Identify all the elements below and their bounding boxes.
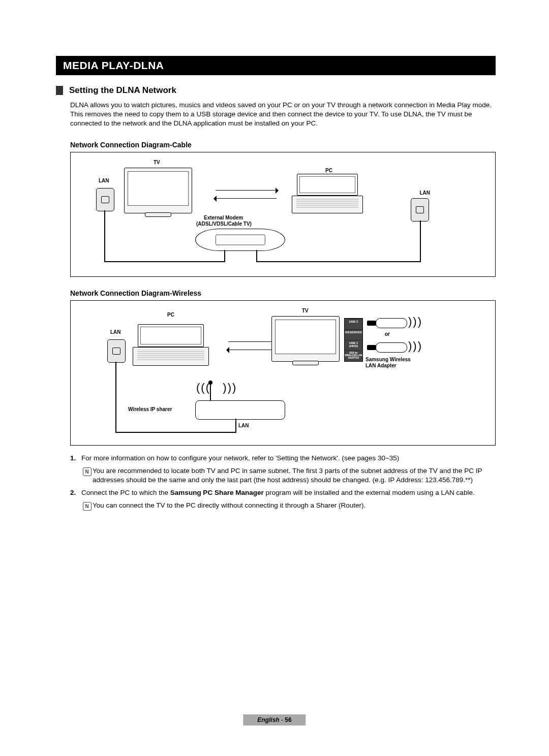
note-1-text: For more information on how to configure… (81, 454, 496, 463)
chapter-title: MEDIA PLAY-DLNA (63, 59, 164, 71)
usb-dongle-icon (376, 342, 407, 353)
label-pc: PC (167, 312, 174, 318)
tv-icon (124, 168, 192, 213)
label-lan-left: LAN (99, 178, 109, 183)
cable-line (115, 362, 116, 432)
note-2: 2. Connect the PC to which the Samsung P… (70, 488, 496, 498)
section-heading-row: Setting the DLNA Network (56, 85, 496, 96)
label-lan-bot: LAN (238, 423, 249, 428)
cable-line (115, 432, 236, 433)
laptop-icon (133, 324, 209, 366)
label-modem-2: (ADSL/VDSL/Cable TV) (196, 221, 252, 227)
list-number: 2. (70, 488, 81, 498)
note-1-hint-text: You are recommended to locate both TV an… (93, 466, 496, 486)
page-footer: English - 56 (243, 714, 306, 726)
note-2-text: Connect the PC to which the Samsung PC S… (81, 488, 496, 498)
footer-page-number: 56 (285, 716, 291, 723)
section-bullet-icon (56, 86, 63, 95)
wireless-waves-icon: ((( ))) (196, 381, 237, 394)
label-lan-top: LAN (110, 329, 121, 335)
router-icon (195, 400, 285, 420)
port-reserved: RESERVED (345, 329, 362, 340)
list-number: 1. (70, 454, 81, 463)
wireless-waves-icon: ))) (408, 339, 422, 353)
tv-screen-icon (275, 320, 336, 354)
cable-line (104, 261, 225, 262)
footer-sep: - (280, 716, 285, 723)
tv-stand-icon (145, 212, 171, 217)
cable-diagram-heading: Network Connection Diagram-Cable (70, 141, 496, 149)
manual-page: MEDIA PLAY-DLNA Setting the DLNA Network… (0, 0, 549, 756)
intro-paragraph: DLNA allows you to watch pictures, music… (70, 101, 496, 129)
lan-port-icon (411, 198, 429, 222)
lan-port-icon (107, 339, 126, 363)
tv-stand-icon (292, 361, 319, 365)
note-1: 1. For more information on how to config… (70, 454, 496, 463)
port-wis: USB for WIRELESS LAN ADAPTER (345, 351, 362, 361)
wireless-diagram: PC LAN TV USB 2 RESERVED USB 1 (HDD) USB… (70, 300, 496, 446)
cable-diagram: TV LAN PC LAN External Modem (ADSL/VDSL/… (70, 152, 496, 277)
label-tv: TV (154, 160, 160, 165)
port-usb2: USB 2 (345, 319, 362, 329)
cable-line (420, 220, 421, 261)
tv-port-panel: USB 2 RESERVED USB 1 (HDD) USB for WIREL… (344, 318, 363, 362)
label-pc: PC (325, 168, 332, 173)
cable-line (256, 261, 421, 262)
cable-line (256, 250, 257, 262)
bidirectional-arrow-icon (210, 186, 282, 204)
info-icon: N (81, 466, 93, 486)
cable-line (235, 419, 236, 433)
port-usb1: USB 1 (HDD) (345, 340, 362, 351)
note-1-hint: N You are recommended to locate both TV … (70, 466, 496, 486)
lan-port-icon (96, 188, 114, 211)
tv-screen-icon (128, 171, 189, 206)
laptop-icon (292, 174, 363, 213)
section-title: Setting the DLNA Network (69, 85, 176, 96)
cable-line (224, 250, 225, 262)
note-2-hint: N You can connect the TV to the PC direc… (70, 501, 496, 511)
modem-icon (195, 229, 285, 251)
wireless-diagram-heading: Network Connection Diagram-Wireless (70, 289, 496, 297)
cable-line (104, 210, 105, 261)
label-modem-1: External Modem (204, 215, 243, 220)
label-router: Wireless IP sharer (128, 406, 172, 412)
label-or: or (385, 331, 390, 337)
label-adapter-1: Samsung Wireless (365, 357, 411, 362)
label-lan-right: LAN (419, 190, 430, 196)
usb-dongle-icon (376, 318, 407, 328)
info-icon: N (81, 501, 93, 511)
label-tv: TV (302, 308, 309, 313)
wireless-waves-icon: ))) (408, 315, 422, 328)
chapter-title-bar: MEDIA PLAY-DLNA (56, 56, 496, 75)
note-2-hint-text: You can connect the TV to the PC directl… (93, 501, 496, 511)
tv-icon (271, 316, 340, 362)
footer-language: English (257, 716, 279, 723)
label-adapter-2: LAN Adapter (365, 363, 396, 368)
notes-section: 1. For more information on how to config… (70, 454, 496, 511)
